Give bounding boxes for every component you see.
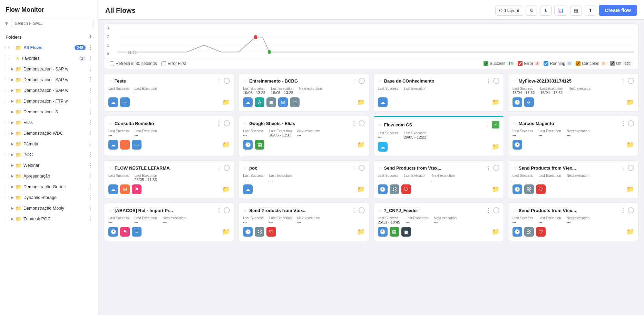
flow-folder-button[interactable]: 📁 xyxy=(222,98,230,106)
flow-star-button[interactable]: ☆ xyxy=(378,78,382,84)
flow-menu-button[interactable]: ⋮ xyxy=(351,78,357,84)
sidebar-item-demonstration---ftp-w[interactable]: ⋮⋮ ▶ 📁 Demonstration - FTP w ⋮ xyxy=(1,96,97,106)
flow-toggle[interactable] xyxy=(628,120,634,126)
sidebar-item-demonstration---sap-w[interactable]: ⋮⋮ ▶ 📁 Demonstration - SAP w ⋮ xyxy=(1,64,97,74)
folder-menu-button[interactable]: ⋮ xyxy=(87,55,94,61)
folder-menu-button[interactable]: ⋮ xyxy=(87,216,94,222)
flow-folder-button[interactable]: 📁 xyxy=(626,228,634,236)
flow-menu-button[interactable]: ⋮ xyxy=(351,207,357,213)
flow-toggle[interactable] xyxy=(493,207,499,213)
sidebar-item-favorites[interactable]: ⋮⋮ ★ Favorites 3 ⋮ xyxy=(1,53,97,64)
folder-menu-button[interactable]: ⋮ xyxy=(87,151,94,158)
flow-star-button[interactable]: ☆ xyxy=(378,122,382,127)
flow-menu-button[interactable]: ⋮ xyxy=(351,165,357,171)
add-folder-button[interactable]: + xyxy=(89,34,92,40)
sidebar-item-demonstration---3[interactable]: ⋮⋮ ▶ 📁 Demonstration - 3 ⋮ xyxy=(1,106,97,117)
folder-menu-button[interactable]: ⋮ xyxy=(87,173,94,179)
flow-star-button[interactable]: ☆ xyxy=(108,121,113,126)
flow-menu-button[interactable]: ⋮ xyxy=(484,122,490,128)
refresh-icon-button[interactable]: ↻ xyxy=(526,6,537,16)
create-flow-button[interactable]: Create flow xyxy=(599,5,637,16)
sidebar-item-pmela[interactable]: ⋮⋮ ▶ 📁 Pâmela ⋮ xyxy=(1,139,97,149)
flow-folder-button[interactable]: 📁 xyxy=(222,228,230,236)
flow-folder-button[interactable]: 📁 xyxy=(357,98,365,106)
flow-toggle[interactable] xyxy=(628,78,634,84)
folder-menu-button[interactable]: ⋮ xyxy=(87,44,94,51)
flow-menu-button[interactable]: ⋮ xyxy=(620,207,626,213)
sidebar-item-demonstrao-mobly[interactable]: ⋮⋮ ▶ 📁 Demonstração Mobly ⋮ xyxy=(1,203,97,213)
folder-menu-button[interactable]: ⋮ xyxy=(87,98,94,104)
flow-star-button[interactable]: ☆ xyxy=(513,208,517,213)
legend-check-canceled[interactable] xyxy=(576,61,580,66)
sidebar-item-elias[interactable]: ⋮⋮ ▶ 📁 Elias ⋮ xyxy=(1,117,97,128)
sidebar-item-demonstration---sap-w[interactable]: ⋮⋮ ▶ 📁 Demonstration - SAP w ⋮ xyxy=(1,74,97,85)
flow-toggle[interactable] xyxy=(224,78,230,84)
old-layout-button[interactable]: Old layout xyxy=(495,6,523,16)
flow-menu-button[interactable]: ⋮ xyxy=(216,207,222,213)
error-first-checkbox-input[interactable] xyxy=(162,61,166,66)
flow-folder-button[interactable]: 📁 xyxy=(357,228,365,236)
flow-toggle[interactable] xyxy=(493,165,499,171)
legend-check-success[interactable] xyxy=(484,61,488,66)
flow-menu-button[interactable]: ⋮ xyxy=(620,120,626,126)
folder-menu-button[interactable]: ⋮ xyxy=(87,205,94,211)
flow-toggle[interactable] xyxy=(493,78,499,84)
download-icon-button[interactable]: ⬇ xyxy=(540,6,552,16)
flow-folder-button[interactable]: 📁 xyxy=(357,141,365,149)
sidebar-item-demonstration---sap-w[interactable]: ⋮⋮ ▶ 📁 Demonstration - SAP w ⋮ xyxy=(1,85,97,96)
flow-folder-button[interactable]: 📁 xyxy=(492,98,499,106)
flow-star-button[interactable]: ☆ xyxy=(108,165,113,171)
flow-toggle[interactable] xyxy=(224,120,230,126)
flow-star-button[interactable]: ☆ xyxy=(513,121,517,126)
legend-check-running[interactable] xyxy=(544,61,548,66)
folder-menu-button[interactable]: ⋮ xyxy=(87,87,94,94)
flow-folder-button[interactable]: 📁 xyxy=(626,98,634,106)
flow-star-button[interactable]: ☆ xyxy=(513,78,517,84)
flow-menu-button[interactable]: ⋮ xyxy=(216,120,222,126)
flow-menu-button[interactable]: ⋮ xyxy=(216,78,222,84)
flow-folder-button[interactable]: 📁 xyxy=(626,141,634,149)
search-input[interactable] xyxy=(11,19,94,28)
error-first-checkbox[interactable]: Error First xyxy=(162,61,186,66)
flow-star-button[interactable]: ☆ xyxy=(108,208,113,213)
flow-menu-button[interactable]: ⋮ xyxy=(620,165,626,171)
flow-menu-button[interactable]: ⋮ xyxy=(485,78,492,84)
folder-menu-button[interactable]: ⋮ xyxy=(87,108,94,115)
folder-menu-button[interactable]: ⋮ xyxy=(87,66,94,72)
chart-icon-button[interactable]: 📊 xyxy=(554,6,567,16)
flow-toggle[interactable] xyxy=(359,78,365,84)
sidebar-item-demonstrao-wdc[interactable]: ⋮⋮ ▶ 📁 Demonstração WDC ⋮ xyxy=(1,128,97,139)
folder-menu-button[interactable]: ⋮ xyxy=(87,194,94,201)
flow-star-button[interactable]: ☆ xyxy=(243,121,247,126)
folder-menu-button[interactable]: ⋮ xyxy=(87,141,94,147)
folder-menu-button[interactable]: ⋮ xyxy=(87,76,94,83)
flow-toggle-active[interactable]: ✓ xyxy=(492,121,499,128)
flow-folder-button[interactable]: 📁 xyxy=(222,185,230,193)
flow-star-button[interactable]: ☆ xyxy=(378,165,382,171)
folder-menu-button[interactable]: ⋮ xyxy=(87,162,94,169)
flow-menu-button[interactable]: ⋮ xyxy=(620,78,626,84)
flow-menu-button[interactable]: ⋮ xyxy=(485,207,492,213)
legend-check-error[interactable] xyxy=(518,61,523,66)
sidebar-item-zendesk-poc[interactable]: ⋮⋮ ▶ 📁 Zendesk POC ⋮ xyxy=(1,213,97,224)
flow-folder-button[interactable]: 📁 xyxy=(222,141,230,149)
sidebar-item-webinar[interactable]: ⋮⋮ ▶ 📁 Webinar ⋮ xyxy=(1,160,97,171)
flow-toggle[interactable] xyxy=(224,207,230,213)
refresh-checkbox[interactable]: Refresh in 30 seconds xyxy=(110,61,157,66)
flow-toggle[interactable] xyxy=(359,120,365,126)
sidebar-item-dynamic-storage[interactable]: ⋮⋮ ▶ 📁 Dynamic Storage ⋮ xyxy=(1,192,97,203)
sidebar-item-all-flows[interactable]: ⋮⋮ 📁 All Flows 248 ⋮ xyxy=(1,42,97,53)
flow-menu-button[interactable]: ⋮ xyxy=(485,165,492,171)
flow-toggle[interactable] xyxy=(628,207,634,213)
table-icon-button[interactable]: ▦ xyxy=(570,6,582,16)
flow-star-button[interactable]: ☆ xyxy=(243,208,247,213)
sidebar-item-apresentao[interactable]: ⋮⋮ ▶ 📁 Apresentação ⋮ xyxy=(1,171,97,181)
flow-toggle[interactable] xyxy=(359,165,365,171)
flow-star-button[interactable]: ☆ xyxy=(243,78,247,84)
sidebar-item-demonstrao-gertec[interactable]: ⋮⋮ ▶ 📁 Demonstração Gertec ⋮ xyxy=(1,181,97,192)
flow-folder-button[interactable]: 📁 xyxy=(492,228,499,236)
flow-menu-button[interactable]: ⋮ xyxy=(351,120,357,126)
flow-folder-button[interactable]: 📁 xyxy=(492,185,499,193)
flow-star-button[interactable]: ☆ xyxy=(108,78,113,84)
folder-menu-button[interactable]: ⋮ xyxy=(87,183,94,190)
